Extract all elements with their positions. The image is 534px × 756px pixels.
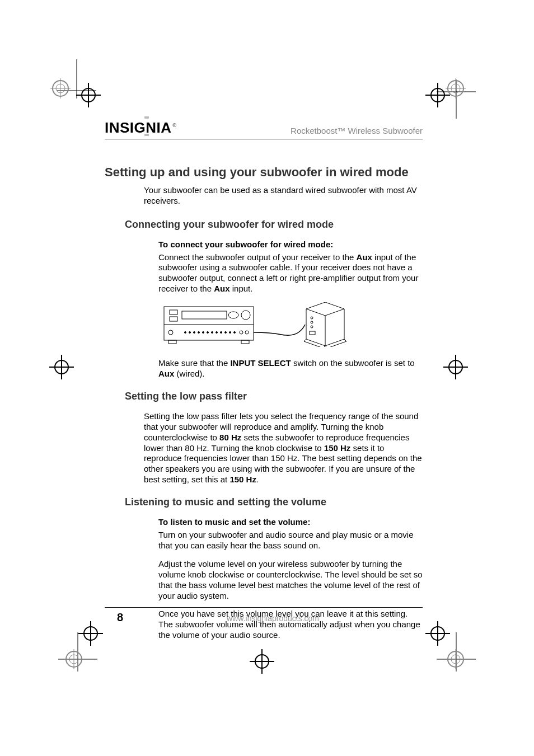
heading-lowpass: Setting the low pass filter [125, 391, 423, 402]
svg-point-11 [198, 332, 200, 334]
svg-point-13 [207, 332, 209, 334]
svg-point-21 [245, 331, 249, 334]
svg-rect-1 [170, 310, 177, 314]
heading-1: Setting up and using your subwoofer in w… [105, 165, 423, 180]
svg-point-19 [234, 332, 236, 334]
svg-point-10 [194, 332, 195, 334]
svg-point-26 [311, 326, 313, 328]
heading-connecting: Connecting your subwoofer for wired mode [125, 219, 423, 231]
svg-point-7 [168, 330, 173, 335]
subheading-connect: To connect your subwoofer for wired mode… [158, 240, 423, 249]
svg-point-15 [216, 332, 218, 334]
registration-mark-icon [50, 78, 71, 98]
svg-rect-27 [310, 331, 315, 335]
svg-point-5 [241, 311, 250, 320]
registration-mark-icon [64, 649, 84, 669]
svg-point-20 [240, 331, 243, 334]
crosshair-icon [250, 649, 274, 674]
connection-diagram [158, 302, 423, 349]
svg-point-18 [229, 332, 231, 334]
crosshair-icon [78, 621, 103, 646]
crosshair-icon [425, 83, 450, 107]
svg-rect-23 [241, 340, 249, 344]
svg-point-17 [225, 332, 227, 334]
subheading-listen: To listen to music and set the volume: [158, 517, 423, 527]
svg-point-4 [228, 312, 238, 318]
connect-para-1: Connect the subwoofer output of your rec… [158, 252, 423, 295]
svg-point-8 [185, 332, 186, 334]
crosshair-icon [76, 83, 101, 107]
listen-para-1: Turn on your subwoofer and audio source … [158, 530, 423, 551]
crosshair-icon [425, 621, 450, 646]
svg-rect-3 [182, 311, 227, 319]
svg-point-14 [212, 332, 213, 334]
connect-para-2: Make sure that the INPUT SELECT switch o… [158, 358, 423, 379]
listen-para-2: Adjust the volume level on your wireless… [158, 559, 423, 602]
intro-text: Your subwoofer can be used as a standard… [144, 185, 423, 206]
page-number: 8 [117, 611, 123, 624]
heading-listening: Listening to music and setting the volum… [125, 496, 423, 508]
crosshair-icon [49, 355, 74, 379]
svg-point-16 [221, 332, 222, 334]
svg-point-12 [203, 332, 204, 334]
svg-point-24 [311, 317, 313, 319]
svg-rect-22 [168, 340, 176, 344]
svg-point-25 [311, 321, 313, 323]
crosshair-icon [443, 355, 468, 379]
svg-rect-2 [170, 317, 177, 321]
doc-title: Rocketboost™ Wireless Subwoofer [291, 126, 423, 135]
page-content: INSIGNIA® Rocketboost™ Wireless Subwoofe… [105, 119, 423, 649]
brand-logo: INSIGNIA® [105, 119, 177, 137]
footer: 8 www.insigniaproducts.com [105, 607, 423, 624]
header: INSIGNIA® Rocketboost™ Wireless Subwoofe… [105, 119, 423, 139]
footer-url: www.insigniaproducts.com [227, 614, 319, 623]
registration-mark-icon [446, 649, 466, 669]
svg-point-9 [189, 332, 191, 334]
lowpass-para: Setting the low pass filter lets you sel… [144, 411, 423, 485]
